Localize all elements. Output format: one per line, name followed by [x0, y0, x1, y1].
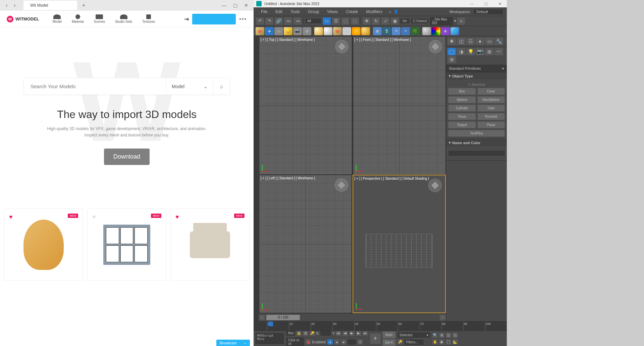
- user-icon[interactable]: 👤: [394, 9, 398, 14]
- maximize-icon[interactable]: ▢: [233, 3, 237, 8]
- burst-icon[interactable]: ✦: [401, 27, 410, 35]
- cameras-icon[interactable]: 📷: [476, 48, 484, 55]
- display-tab-icon[interactable]: ▭: [485, 38, 494, 45]
- viewport-label[interactable]: [ + ] [ Left ] [ Standard ] [ Wireframe …: [261, 176, 315, 180]
- maximize-icon[interactable]: ▢: [482, 2, 490, 6]
- export-icon[interactable]: ⇥: [184, 15, 189, 23]
- goto-end-icon[interactable]: ⏭: [362, 331, 368, 336]
- window-crossing-icon[interactable]: ⬚: [351, 17, 359, 25]
- download-button[interactable]: Download: [104, 149, 150, 165]
- playhead-icon[interactable]: [268, 322, 273, 326]
- cone-icon[interactable]: ▲: [342, 27, 351, 35]
- viewport-perspective[interactable]: [ + ] [ Perspective ] [ Standard ] [ Def…: [353, 175, 446, 313]
- viewport-label[interactable]: [ + ] [ Front ] [ Standard ] [ Wireframe…: [355, 38, 411, 42]
- snap-icon[interactable]: ⊞: [303, 331, 309, 336]
- bind-icon[interactable]: ⫘: [293, 17, 302, 25]
- menu-modifiers[interactable]: Modifiers: [362, 8, 386, 15]
- viewport-front[interactable]: [ + ] [ Front ] [ Standard ] [ Wireframe…: [353, 36, 446, 175]
- close-icon[interactable]: ✕: [496, 2, 504, 6]
- rollout-header[interactable]: ▾ Object Type: [446, 72, 507, 79]
- menu-views[interactable]: Views: [323, 8, 342, 15]
- more-icon[interactable]: •••: [239, 16, 247, 22]
- model-card[interactable]: ♥ NEW: [4, 209, 83, 281]
- link-icon[interactable]: 🔗: [274, 17, 283, 25]
- heart-icon[interactable]: ♥: [9, 214, 13, 221]
- geosphere-button[interactable]: GeoSphere: [477, 96, 505, 103]
- tab-add-icon[interactable]: +: [82, 2, 85, 8]
- teapot-icon[interactable]: 🫖: [256, 27, 264, 35]
- heart-icon[interactable]: ♥: [92, 214, 96, 221]
- grid-icon[interactable]: ▦: [373, 27, 382, 35]
- viewport-left[interactable]: [ + ] [ Left ] [ Standard ] [ Wireframe …: [259, 175, 352, 313]
- nav-scenes[interactable]: Scenes: [94, 14, 105, 23]
- key-icon[interactable]: 🔑: [309, 331, 315, 336]
- sphere-orb-icon[interactable]: [314, 27, 323, 35]
- next-frame-icon[interactable]: ▶: [356, 331, 362, 336]
- overflow-icon[interactable]: »: [389, 10, 391, 14]
- helper-icon[interactable]: ⊞: [303, 27, 311, 35]
- viewcube-icon[interactable]: [335, 40, 348, 53]
- undo-icon[interactable]: ↶: [256, 17, 264, 25]
- systems-icon[interactable]: ⚙: [447, 56, 456, 63]
- auto-key-button[interactable]: Auto: [382, 331, 396, 338]
- search-button[interactable]: ⌕: [213, 78, 230, 95]
- zoom-icon[interactable]: 🔍: [432, 332, 438, 338]
- teapot-button[interactable]: Teapot: [448, 121, 476, 128]
- add-key-button[interactable]: +: [370, 333, 381, 344]
- toggle-icon[interactable]: ●: [340, 339, 346, 345]
- teapot-orb-icon[interactable]: 🫖: [333, 27, 342, 35]
- orbit-icon[interactable]: ◉: [439, 339, 445, 345]
- toggle-icon[interactable]: ●: [327, 339, 333, 345]
- timeline-prev-icon[interactable]: ‹: [259, 315, 265, 320]
- nav-studio[interactable]: Studio Sets: [115, 14, 132, 23]
- tube-button[interactable]: Tube: [477, 105, 505, 112]
- set-key-button[interactable]: Set K: [382, 339, 396, 346]
- menu-group[interactable]: Group: [304, 8, 323, 15]
- scale-icon[interactable]: ⤢: [381, 17, 390, 25]
- tab-active[interactable]: Wit Model: [23, 1, 77, 10]
- timeline-next-icon[interactable]: ›: [440, 315, 446, 320]
- path-project[interactable]: ...3ds Max 202: [429, 16, 453, 26]
- nav-model[interactable]: Model: [53, 14, 62, 23]
- pyramid-button[interactable]: Pyramid: [477, 113, 505, 120]
- tag-icon[interactable]: 🔖: [305, 339, 311, 345]
- filters-button[interactable]: Filters...: [404, 339, 424, 345]
- toggle-icon[interactable]: ●: [334, 339, 340, 345]
- time-config-icon[interactable]: ⏱: [357, 339, 363, 345]
- sphere-orb-icon[interactable]: [324, 27, 332, 35]
- camera-icon[interactable]: 📷: [293, 27, 302, 35]
- select-icon[interactable]: ▭: [322, 17, 331, 25]
- torus-button[interactable]: Torus: [448, 113, 476, 120]
- cone-button[interactable]: Cone: [477, 88, 505, 95]
- viewcube-icon[interactable]: [429, 40, 442, 53]
- workspace-dropdown[interactable]: Default: [473, 9, 503, 15]
- zoom-extents-icon[interactable]: ◲: [445, 332, 451, 338]
- autogrid-checkbox[interactable]: ☐ AutoGrid: [448, 81, 505, 88]
- nav-textures[interactable]: Textures: [142, 14, 155, 23]
- menu-file[interactable]: File: [257, 8, 271, 15]
- category-dropdown[interactable]: Standard Primitives ▾: [446, 65, 507, 72]
- pan-icon[interactable]: ✋: [432, 339, 438, 345]
- model-card[interactable]: ♥ NEW: [170, 209, 250, 281]
- minimize-icon[interactable]: —: [222, 3, 226, 8]
- viewport-top[interactable]: [ + ] [ Top ] [ Standard ] [ Wireframe ]: [259, 36, 352, 175]
- keyfilter-dropdown[interactable]: Selected▾: [397, 332, 431, 338]
- shapes-icon[interactable]: ◑: [457, 48, 466, 55]
- utilities-tab-icon[interactable]: 🔧: [494, 38, 503, 45]
- model-card[interactable]: ♥ NEW: [87, 209, 166, 281]
- helpers-icon[interactable]: ⊞: [485, 48, 494, 55]
- viewport-label[interactable]: [ + ] [ Top ] [ Standard ] [ Wireframe ]: [261, 38, 315, 42]
- rollout-header[interactable]: ▾ Name and Color: [446, 139, 507, 146]
- light-icon[interactable]: 💡: [284, 27, 292, 35]
- primary-action-button[interactable]: [192, 14, 236, 24]
- minimize-icon[interactable]: —: [467, 2, 476, 6]
- geometry-icon[interactable]: ◯: [447, 48, 456, 55]
- material-icon[interactable]: [422, 27, 431, 35]
- viewport-label[interactable]: [ + ] [ Perspective ] [ Standard ] [ Def…: [355, 177, 429, 180]
- sun-icon[interactable]: ☀: [352, 27, 361, 35]
- plant-icon[interactable]: 🌿: [411, 27, 419, 35]
- unlink-icon[interactable]: ⫘: [284, 17, 292, 25]
- path-users[interactable]: C:\Users\: [411, 18, 429, 24]
- search-input[interactable]: [24, 78, 166, 95]
- move-icon[interactable]: ✥: [362, 17, 371, 25]
